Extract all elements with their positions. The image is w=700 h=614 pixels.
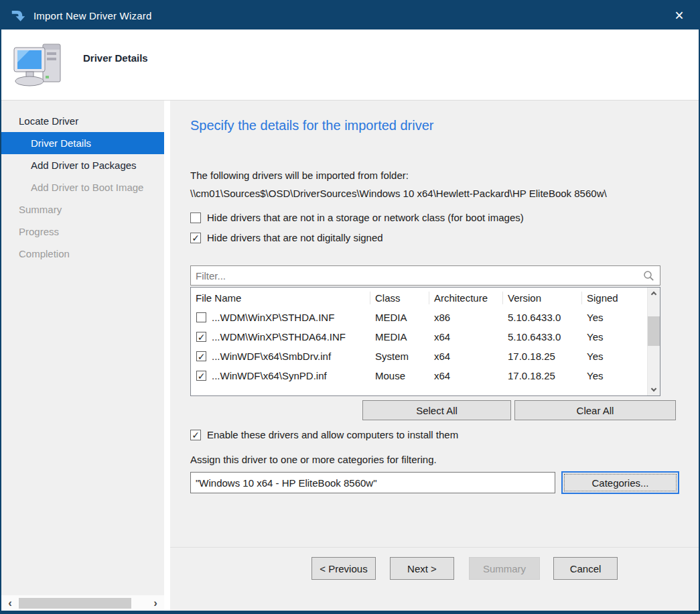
nav-item-summary: Summary — [1, 198, 164, 221]
wizard-window: Import New Driver Wizard × Driver Detail… — [0, 0, 700, 614]
file-name-cell: ...WDM\WinXP\STHDA64.INF — [212, 331, 346, 343]
signed-cell: Yes — [582, 370, 647, 381]
scrollbar-thumb[interactable] — [19, 598, 131, 609]
architecture-cell: x86 — [429, 312, 503, 323]
checkbox-label: Hide drivers that are not in a storage o… — [207, 212, 524, 223]
search-icon — [643, 270, 654, 282]
class-cell: Mouse — [370, 370, 429, 381]
sidebar-divider — [164, 101, 170, 611]
wizard-content: Specify the details for the imported dri… — [170, 101, 699, 611]
signed-cell: Yes — [582, 331, 647, 343]
signed-cell: Yes — [582, 351, 647, 362]
checkbox-label: Enable these drivers and allow computers… — [207, 429, 458, 440]
categories-button[interactable]: Categories... — [561, 471, 679, 494]
hide-storage-checkbox[interactable]: Hide drivers that are not in a storage o… — [190, 212, 699, 223]
folder-label: The following drivers will be imported f… — [190, 170, 699, 181]
scroll-up-icon[interactable] — [648, 288, 660, 299]
page-title: Driver Details — [83, 52, 148, 64]
nav-item-driver-details[interactable]: Driver Details — [1, 132, 164, 154]
hide-unsigned-checkbox[interactable]: ✓ Hide drivers that are not digitally si… — [190, 232, 699, 243]
wizard-footer: < Previous Next > Summary Cancel — [170, 547, 699, 611]
table-row[interactable]: ✓...WDM\WinXP\STHDA64.INFMEDIAx645.10.64… — [191, 327, 647, 347]
signed-cell: Yes — [582, 312, 647, 323]
vertical-scrollbar[interactable] — [647, 288, 660, 395]
scrollbar-thumb[interactable] — [648, 316, 660, 346]
nav-item-completion: Completion — [1, 243, 164, 265]
summary-button: Summary — [469, 557, 540, 580]
page-header: Driver Details — [1, 29, 699, 101]
wizard-sidebar: Locate DriverDriver DetailsAdd Driver to… — [1, 101, 164, 611]
window-title: Import New Driver Wizard — [33, 10, 152, 21]
driver-table-body: ...WDM\WinXP\STHDA.INFMEDIAx865.10.6433.… — [191, 308, 647, 385]
architecture-cell: x64 — [429, 331, 503, 343]
version-cell: 5.10.6433.0 — [503, 331, 582, 343]
nav-item-locate-driver[interactable]: Locate Driver — [1, 110, 164, 132]
wizard-nav: Locate DriverDriver DetailsAdd Driver to… — [1, 110, 164, 265]
checkbox-label: Hide drivers that are not digitally sign… — [207, 232, 383, 243]
wizard-body: Locate DriverDriver DetailsAdd Driver to… — [1, 101, 699, 611]
column-header-file-name[interactable]: File Name — [191, 292, 370, 304]
version-cell: 5.10.6433.0 — [503, 312, 582, 323]
row-checkbox[interactable]: ✓ — [196, 371, 206, 381]
filter-box — [190, 265, 660, 286]
file-name-cell: ...WinWDF\x64\SmbDrv.inf — [212, 351, 331, 362]
nav-item-add-driver-to-packages[interactable]: Add Driver to Packages — [1, 154, 164, 176]
class-cell: System — [370, 351, 429, 362]
class-cell: MEDIA — [370, 331, 429, 343]
column-header-class[interactable]: Class — [370, 292, 429, 304]
scroll-down-icon[interactable] — [648, 384, 660, 395]
row-checkbox[interactable]: ✓ — [196, 332, 206, 342]
horizontal-scrollbar[interactable]: ‹ › — [1, 595, 164, 611]
architecture-cell: x64 — [429, 351, 503, 362]
driver-table: File Name Class Architecture Version Sig… — [190, 287, 660, 396]
table-button-row: Select All Clear All — [190, 400, 699, 420]
select-all-button[interactable]: Select All — [362, 400, 511, 420]
clear-all-button[interactable]: Clear All — [514, 400, 676, 420]
categories-label: Assign this driver to one or more catego… — [190, 454, 699, 465]
file-name-cell: ...WDM\WinXP\STHDA.INF — [212, 312, 334, 323]
version-cell: 17.0.18.25 — [503, 370, 582, 381]
categories-field[interactable] — [190, 472, 555, 493]
table-row[interactable]: ...WDM\WinXP\STHDA.INFMEDIAx865.10.6433.… — [191, 308, 647, 327]
scroll-left-icon[interactable]: ‹ — [1, 595, 19, 611]
cancel-button[interactable]: Cancel — [553, 557, 618, 580]
table-row[interactable]: ✓...WinWDF\x64\SynPD.infMousex6417.0.18.… — [191, 366, 647, 385]
architecture-cell: x64 — [429, 370, 503, 381]
content-heading: Specify the details for the imported dri… — [190, 118, 699, 133]
previous-button[interactable]: < Previous — [311, 557, 376, 580]
filter-input[interactable] — [191, 269, 643, 282]
column-header-architecture[interactable]: Architecture — [429, 292, 503, 304]
row-checkbox[interactable] — [196, 312, 206, 322]
close-icon[interactable]: × — [660, 1, 699, 29]
row-checkbox[interactable]: ✓ — [196, 351, 206, 361]
checkbox-box[interactable]: ✓ — [190, 430, 201, 440]
table-header: File Name Class Architecture Version Sig… — [191, 288, 647, 308]
wizard-import-icon — [11, 8, 26, 23]
computer-icon — [12, 41, 66, 89]
enable-drivers-checkbox[interactable]: ✓ Enable these drivers and allow compute… — [190, 429, 699, 440]
folder-path: \\cm01\Sources$\OSD\DriverSources\Window… — [190, 188, 699, 199]
version-cell: 17.0.18.25 — [503, 351, 582, 362]
class-cell: MEDIA — [370, 312, 429, 323]
column-header-signed[interactable]: Signed — [582, 292, 647, 304]
scroll-right-icon[interactable]: › — [147, 595, 164, 611]
checkbox-box[interactable] — [190, 212, 201, 223]
next-button[interactable]: Next > — [390, 557, 454, 580]
checkbox-box[interactable]: ✓ — [190, 233, 201, 243]
file-name-cell: ...WinWDF\x64\SynPD.inf — [212, 370, 327, 381]
nav-item-progress: Progress — [1, 221, 164, 243]
column-header-version[interactable]: Version — [503, 292, 582, 304]
titlebar: Import New Driver Wizard × — [1, 1, 699, 29]
nav-item-add-driver-to-boot-image: Add Driver to Boot Image — [1, 176, 164, 198]
categories-row: Categories... — [190, 471, 699, 494]
table-row[interactable]: ✓...WinWDF\x64\SmbDrv.infSystemx6417.0.1… — [191, 347, 647, 366]
